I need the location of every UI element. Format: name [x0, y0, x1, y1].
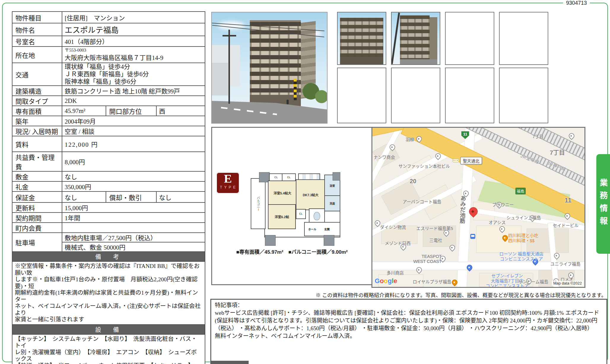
- type-sub-label: TYPE: [218, 185, 239, 189]
- row-value: エスポルテ福島: [62, 23, 205, 36]
- row-label: 保証金: [12, 191, 62, 202]
- business-info-tab[interactable]: 業務情報: [596, 154, 610, 254]
- map-label: 多川商店: [387, 271, 404, 276]
- map-label: ダイシン物流: [380, 225, 406, 230]
- map-label: 羽柳: [406, 137, 414, 142]
- special-notes-panel: 特記事項： webサービス広告掲載 [許可]・チラシ、雑誌等掲載広告 [要確認]…: [210, 299, 607, 364]
- row-label: 駐車場: [12, 233, 62, 252]
- row-value: 2DK: [62, 96, 205, 106]
- row-label: 共益費・管理費: [12, 152, 62, 171]
- location-map: 11 聖天通北 福島 羽柳 ナンワ商会 サンファッション本社ビル 20 アーバン…: [371, 127, 585, 288]
- traffic-light-icon: [452, 159, 459, 162]
- row-label: 敷金: [12, 171, 62, 181]
- row-value: 350,000円: [62, 181, 205, 191]
- row-label: 更新料: [12, 202, 62, 213]
- toilet-room: [309, 208, 325, 223]
- row-layout-type: 間取タイプ 2DK: [12, 96, 205, 106]
- row-built-year: 築年 2004年09月: [12, 116, 205, 126]
- thumbnail-photo-2: [391, 12, 440, 65]
- remarks-header: 備 考: [12, 252, 205, 261]
- row-label-2: 償却・敷引: [106, 191, 156, 202]
- thumbnail-placeholder-1: [445, 12, 494, 65]
- row-town-fee: 町内会費: [12, 223, 205, 233]
- type-letter: E: [216, 172, 239, 185]
- floorplan-panel: E TYPE バルコニー CL CL 洋室5.4帖大 DK7.3帖大 洋室6.2…: [211, 127, 373, 285]
- map-label: ブラウニー: [492, 202, 514, 207]
- toilet-icon: [314, 212, 320, 220]
- entrance-label: 玄関: [324, 227, 330, 231]
- balcony: バルコニー: [251, 178, 266, 229]
- row-value-2: なし: [156, 191, 205, 202]
- bedroom-1: 洋室5.4帖大: [268, 181, 297, 205]
- row-contract-term: 契約期間 1年間: [12, 213, 205, 223]
- google-logo-letter: e: [394, 277, 397, 285]
- thumbnail-placeholder-5: [445, 68, 494, 123]
- fukushima-station-badge: 福島: [515, 188, 526, 194]
- thumbnail-placeholder-4: [391, 68, 440, 123]
- special-notes-text: 特記事項： webサービス広告掲載 [許可]・チラシ、雑誌等掲載広告 [要確認]…: [211, 300, 606, 342]
- map-label: TEASPOT WEST COAST: [413, 254, 442, 264]
- row-key-money: 礼金 350,000円: [12, 181, 205, 191]
- row-label: 交通: [12, 63, 62, 86]
- map-label: ロイヤルプラザ福島: [413, 280, 451, 285]
- map-label: 20: [410, 179, 416, 184]
- row-value-2: 西: [156, 106, 205, 116]
- map-label: 11: [565, 198, 571, 203]
- building-closeup: [400, 15, 430, 60]
- map-label: 7丁目: [533, 134, 544, 139]
- map-label: オアシス: [489, 220, 506, 225]
- hall-label: ホール: [308, 227, 316, 231]
- washroom: 洗面: [324, 195, 340, 211]
- row-property-type: 物件種目 [住居用] マンション: [12, 12, 205, 23]
- property-table: 物件種目 [住居用] マンション 物件名 エスポルテ福島 号室名 401（4階部…: [12, 11, 205, 364]
- row-value: 45.97m²: [62, 106, 106, 116]
- map-label: セイドービル: [553, 223, 579, 228]
- equipment-header: 設 備: [12, 325, 205, 334]
- thumbnail-photo-1: [337, 12, 386, 65]
- rent-value: 122,000 円: [62, 136, 205, 152]
- row-common-fee: 共益費・管理費 8,000円: [12, 152, 205, 171]
- floorplan-type-badge: E TYPE: [216, 172, 239, 194]
- dining-kitchen: DK7.3帖大: [296, 179, 325, 210]
- row-value: [住居用] マンション: [62, 12, 205, 23]
- bus-stop-badge: 聖天通北: [460, 157, 482, 165]
- closet: CL: [296, 209, 306, 219]
- map-label: シュライン上福島: [506, 215, 541, 221]
- row-address: 所在地 〒553-0003 大阪府大阪市福島区福島７丁目14-9: [12, 47, 205, 63]
- row-structure: 建築構造 鉄筋コンクリート造 地上10階 総戸数99戸: [12, 86, 205, 96]
- street: [400, 59, 437, 64]
- row-label: 賃料: [12, 136, 62, 152]
- pole-crossarm: [223, 35, 236, 36]
- restaurant-label: 四川料理と小吃 四川料理・$$: [508, 233, 538, 243]
- equipment-text: 【キッチン】 システムキッチン 【水廻り】 洗髪洗面化粧台・バス・トイ レ別・洗…: [12, 334, 205, 364]
- row-label: 建築構造: [12, 86, 62, 96]
- pillar: [265, 235, 276, 246]
- row-value: 〒553-0003 大阪府大阪市福島区福島７丁目14-9: [62, 47, 205, 63]
- row-floor-area: 専有面積 45.97m² 開口部方位 西: [12, 106, 205, 116]
- map-attribution: Map data ©2022: [552, 281, 583, 286]
- row-renewal-fee: 更新料 15,000円: [12, 202, 205, 213]
- next-section-stub: [211, 361, 249, 364]
- row-label: 町内会費: [12, 223, 62, 233]
- row-label: 礼金: [12, 181, 62, 191]
- google-logo: Google: [375, 277, 397, 285]
- row-guarantee: 保証金 なし 償却・敷引 なし: [12, 191, 205, 202]
- row-label: 号室名: [12, 36, 62, 47]
- pillar: [333, 172, 340, 181]
- postal-code: 〒553-0003: [65, 48, 202, 53]
- row-value: 401（4階部分）: [62, 36, 205, 47]
- building-closeup: [340, 18, 383, 59]
- google-logo-letter: g: [388, 277, 392, 285]
- row-access: 交通 環状線「福島」徒歩4分 ＪＲ東西線「新福島」徒歩6分 阪神本線「福島」徒歩…: [12, 63, 205, 86]
- map-label: ユニライフ福島: [550, 262, 581, 267]
- row-value: [62, 223, 205, 233]
- row-value: 空室 / 相談: [62, 126, 205, 136]
- map-pin-icon: [568, 132, 576, 140]
- row-value: 2004年09月: [62, 116, 205, 126]
- convenience-store-label: ローソン 福島聖天通店 コンビニエンスストア: [499, 252, 544, 262]
- google-logo-letter: o: [384, 277, 388, 285]
- balcony-label: バルコニー: [256, 196, 260, 211]
- google-logo-letter: G: [375, 277, 380, 285]
- striped-pole: [294, 79, 297, 100]
- equipment-row: 【キッチン】 システムキッチン 【水廻り】 洗髪洗面化粧台・バス・トイ レ別・洗…: [12, 334, 205, 364]
